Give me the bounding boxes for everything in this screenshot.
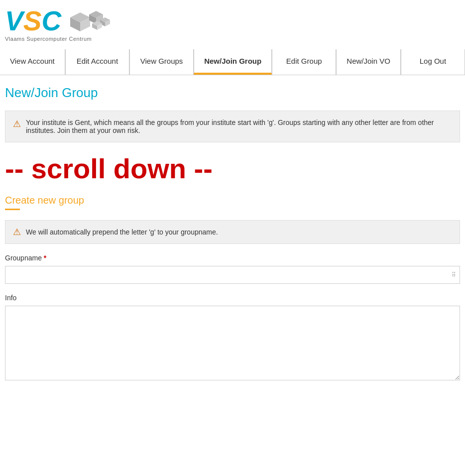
institute-warning-box: ⚠ Your institute is Gent, which means al…: [5, 111, 460, 142]
nav-log-out[interactable]: Log Out: [401, 49, 465, 75]
grip-icon: ⠿: [452, 271, 456, 278]
groupname-input[interactable]: [5, 266, 460, 284]
logo: VSC: [5, 7, 460, 42]
info-label: Info: [5, 294, 460, 302]
logo-subtitle: Vlaams Supercomputer Centrum: [5, 36, 92, 42]
info-textarea[interactable]: [5, 306, 460, 380]
groupname-input-wrapper: ⠿: [5, 266, 460, 284]
page-title: New/Join Group: [5, 85, 460, 101]
groupname-form-group: Groupname * ⠿: [5, 254, 460, 284]
section-underline: [5, 209, 20, 210]
logo-c: C: [41, 5, 61, 36]
nav-view-account[interactable]: View Account: [0, 49, 65, 75]
groupname-prepend-warning: ⚠ We will automatically prepend the lett…: [5, 220, 460, 244]
main-content: New/Join Group ⚠ Your institute is Gent,…: [0, 75, 465, 402]
logo-v: V: [5, 5, 23, 36]
logo-icon-cluster: [65, 7, 110, 35]
institute-warning-text: Your institute is Gent, which means all …: [26, 119, 452, 134]
navigation: View Account Edit Account View Groups Ne…: [0, 49, 465, 75]
logo-letters: VSC: [5, 7, 61, 35]
logo-cubes-svg: [65, 7, 110, 35]
small-warning-icon: ⚠: [13, 227, 21, 238]
groupname-label: Groupname *: [5, 254, 460, 262]
scroll-down-text: -- scroll down --: [5, 152, 460, 185]
nav-edit-group[interactable]: Edit Group: [272, 49, 336, 75]
nav-new-join-group[interactable]: New/Join Group: [194, 49, 272, 75]
warning-icon: ⚠: [13, 119, 21, 129]
info-form-group: Info: [5, 294, 460, 382]
nav-view-groups[interactable]: View Groups: [129, 49, 194, 75]
header: VSC: [0, 0, 465, 49]
groupname-prepend-text: We will automatically prepend the letter…: [26, 228, 218, 236]
logo-s: S: [23, 5, 42, 36]
create-group-section-title: Create new group: [5, 195, 460, 206]
nav-new-join-vo[interactable]: New/Join VO: [336, 49, 401, 75]
groupname-required: *: [44, 254, 46, 262]
nav-edit-account[interactable]: Edit Account: [65, 49, 129, 75]
